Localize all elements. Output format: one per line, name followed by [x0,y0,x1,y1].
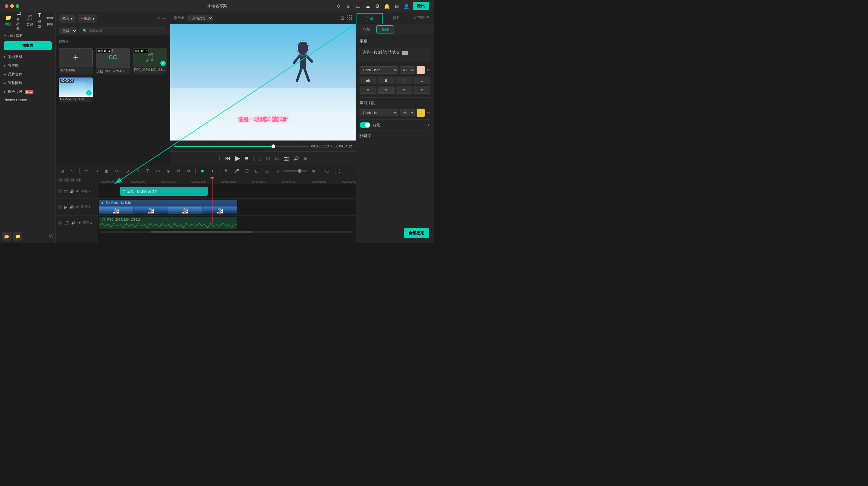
import-media-item[interactable]: + 導入媒體檔 [59,48,93,74]
tl-more-tools[interactable]: ≫ [184,167,193,175]
tl-marker-tool[interactable]: ⚑ [222,167,230,175]
sidebar-cloud[interactable]: ▶ 雲空間 [2,61,53,70]
close-button[interactable] [5,4,8,8]
tl-ripple-tool[interactable]: ✦ [208,167,217,175]
media-item-cc[interactable]: T CC + 00:00:04 片段_REC_2024112... [96,48,130,74]
background-arrow-icon[interactable]: ▲ [427,123,430,127]
subtitle-vol-icon[interactable]: 🔊 [70,189,74,193]
sidebar-local-assets[interactable]: ▶ 本地素材 [2,53,53,61]
text-preview-box[interactable]: 這是一段測 試 請試听 [360,47,430,62]
audio-eye-icon[interactable]: 👁 [78,221,81,225]
collapse-sidebar-icon[interactable]: ◁ [49,232,53,241]
tl-settings-button[interactable]: ⊞ [323,167,331,175]
strikethrough-button[interactable]: ab [360,77,376,84]
bell-icon[interactable]: 🔔 [384,3,390,9]
background-toggle[interactable] [360,122,370,128]
tl-undo-button[interactable]: ↩ [82,167,90,175]
tl-audio-icon[interactable]: ♫ [133,167,142,175]
add-folder-icon[interactable]: 📂 [2,232,11,241]
size-select-main[interactable]: 48 [400,66,415,73]
tl-split-screen-tool[interactable]: ⊟ [263,167,271,175]
font-select-word[interactable]: Gochi Ha [360,109,398,116]
sidebar-photos-library[interactable]: Photos Library [2,96,53,104]
subtab-template[interactable]: 模板 [358,26,375,33]
tl-more-button[interactable]: ⋮⋮ [333,167,341,175]
tl-cut-button[interactable]: ✂ [113,167,121,175]
sidebar-compound[interactable]: ▶ 複合片段 NEW [2,87,53,96]
folder-up-icon[interactable]: 📁 [13,232,22,241]
time-slider[interactable] [174,146,309,147]
image-preview-icon[interactable]: 🖼 [347,15,352,21]
track-icon-3[interactable]: ⊡ [70,178,75,182]
search-input[interactable] [89,29,163,33]
track-icon-1[interactable]: ⊡ [58,178,63,182]
tab-tts[interactable]: 文字轉語音 [409,13,434,23]
import-button[interactable]: 匯入 ▾ [59,14,76,23]
bold-button[interactable]: B [378,77,395,84]
media-item-music[interactable]: 🎵 ✓ 00:00:07 REC_20241120_131... [133,48,167,74]
stop-button[interactable]: ■ [245,155,248,161]
tl-delete-button[interactable]: 🗑 [102,167,111,175]
filter-toggle-icon[interactable]: ⊟ [157,17,160,21]
toolbar-audio[interactable]: 🎵 音訊 [24,13,36,28]
font-select-main[interactable]: Gochi Hand [360,66,398,73]
prev-frame-button[interactable]: ⟨ [218,156,220,161]
timeline-scrollbar[interactable] [100,231,353,233]
tl-plus-tool[interactable]: ⊕ [309,167,318,175]
tl-pointer-tool[interactable]: ↖ [68,167,77,175]
quality-select[interactable]: 最高品質 [188,15,213,22]
tl-subtitle-tool[interactable]: ⊡ [253,167,261,175]
sidebar-project-assets[interactable]: ▼ 項目素材 [2,31,53,40]
align-left-button[interactable]: ≡ [360,87,376,94]
size-select-word[interactable]: 48 [400,109,415,116]
video-vol-icon[interactable]: 🔊 [69,205,74,209]
tl-record-button[interactable]: ⏺ [198,167,207,175]
align-center-button[interactable]: ≡ [378,87,395,94]
tl-effects-tool[interactable]: ◈ [164,167,173,175]
settings-ctrl-button[interactable]: ⚙ [304,156,307,161]
subtab-basic[interactable]: 基礎 [376,25,394,33]
underline-button[interactable]: U [413,77,430,84]
tl-text-tool[interactable]: T [144,167,152,175]
audio-clip[interactable]: 🎵 REC_20241120_131315 [99,217,237,229]
snapshot-button[interactable]: 📷 [284,156,289,161]
media-item-video[interactable]: 00:00:04 ✓ My Video-highlight [59,78,93,102]
play-button[interactable]: ▶ [235,154,240,162]
tl-mask-tool[interactable]: ▭ [154,167,162,175]
fullscreen-button[interactable]: ⊡ [275,156,279,161]
track-icon-4[interactable]: ⊡ [76,178,81,182]
more-options-icon[interactable]: ⋯ [163,17,166,21]
apply-all-button[interactable]: 全部應用 [404,228,429,238]
edit-color-word[interactable]: ✏ [427,110,430,115]
share-icon[interactable]: ✈ [336,3,342,9]
toolbar-media[interactable]: 📁 媒體 [2,13,14,28]
tab-video[interactable]: 影片 [384,13,409,24]
export-button[interactable]: 匯出 [413,2,429,10]
video-clip[interactable]: ▶ My Video-highlight 🏂 🏂 🏂 🏂 [99,200,237,214]
grid-icon[interactable]: ⊞ [394,3,400,9]
grid-preview-icon[interactable]: ⊞ [340,15,344,21]
align-right-button[interactable]: ≡ [396,87,412,94]
tl-music-tool[interactable]: 🎵 [242,167,251,175]
tl-loop-tool[interactable]: ↺ [174,167,183,175]
sidebar-adjustment-layer[interactable]: ▶ 調整圖層 [2,79,53,87]
color-picker-main[interactable] [416,66,425,74]
tl-select-tool[interactable]: ⊞ [58,167,67,175]
minimize-button[interactable] [10,4,14,8]
captions-icon[interactable]: ⊡ [345,3,351,9]
sidebar-brand-kit[interactable]: ▶ 品牌套件 [2,70,53,79]
audio-vol-icon[interactable]: 🔊 [71,221,76,225]
subtitle-eye-icon[interactable]: 👁 [76,189,80,193]
avatar[interactable]: 👤 [403,3,409,9]
screen-icon[interactable]: ▭ [355,3,361,9]
cloud-icon[interactable]: ☁ [365,3,371,9]
color-picker-word[interactable] [416,109,425,117]
toolbar-library[interactable]: 🗂 素材庫 [14,9,24,32]
audio-button[interactable]: 🔊 [293,156,299,161]
folder-button[interactable]: 檔案夾 [4,41,52,50]
toolbar-title[interactable]: T 標題 [36,11,44,30]
track-icon-2[interactable]: ⊡ [64,178,69,182]
tl-mic-tool[interactable]: 🎤 [232,167,241,175]
insert-button[interactable]: ⊳| [266,156,270,161]
settings-icon[interactable]: ⚙ [374,3,380,9]
